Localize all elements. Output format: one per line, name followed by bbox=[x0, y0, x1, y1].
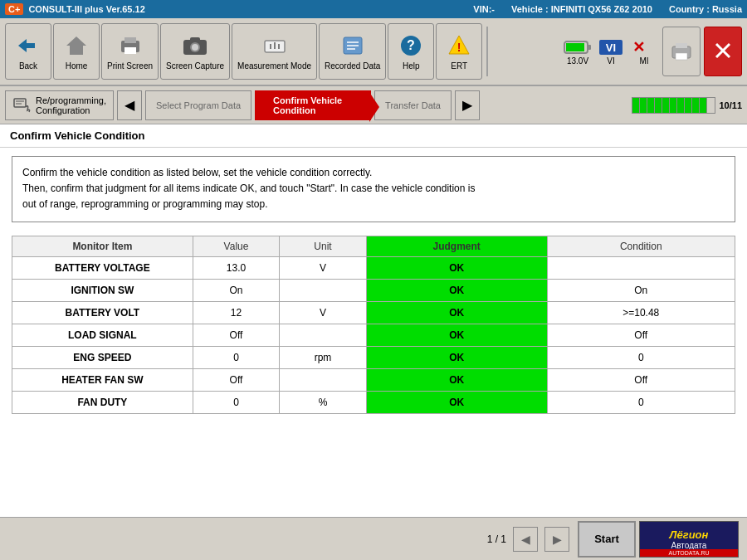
mi-label: MI bbox=[639, 56, 648, 66]
step2-confirm-vehicle[interactable]: Confirm Vehicle Condition bbox=[255, 90, 371, 120]
toolbar-separator bbox=[486, 27, 488, 76]
print-screen-button[interactable]: Print Screen bbox=[101, 23, 159, 80]
monitor-table: Monitor Item Value Unit Judgment Conditi… bbox=[12, 236, 735, 414]
table-row: HEATER FAN SW Off OK Off bbox=[12, 368, 735, 391]
svg-text:?: ? bbox=[407, 38, 415, 52]
vin-info: VIN:- bbox=[473, 4, 495, 14]
cell-unit-3 bbox=[280, 324, 367, 346]
navbar: Re/programming,Configuration ◀ Select Pr… bbox=[0, 86, 747, 124]
cell-judgment-4: OK bbox=[366, 346, 547, 368]
home-button[interactable]: Home bbox=[53, 23, 100, 80]
page-prev-button[interactable]: ◀ bbox=[513, 527, 538, 552]
description-box: Confirm the vehicle condition as listed … bbox=[12, 156, 735, 222]
step3-transfer-data[interactable]: Transfer Data bbox=[374, 90, 452, 120]
cell-condition-1: On bbox=[547, 279, 735, 301]
cell-judgment-6: OK bbox=[366, 391, 547, 413]
progress-bar bbox=[632, 97, 715, 114]
progress-text: 10/11 bbox=[719, 100, 742, 110]
table-row: LOAD SIGNAL Off OK Off bbox=[12, 324, 735, 346]
home-icon bbox=[63, 32, 90, 59]
step2-label: Confirm Vehicle Condition bbox=[273, 95, 342, 115]
cell-monitor-2: BATTERY VOLT bbox=[12, 301, 193, 324]
progress-seg-1 bbox=[632, 98, 640, 113]
svg-rect-2 bbox=[73, 49, 80, 55]
autodata-logo: Лёгион Автодата AUTODATA.RU bbox=[639, 521, 739, 558]
step3-label: Transfer Data bbox=[385, 100, 441, 110]
cell-unit-4: rpm bbox=[280, 346, 367, 368]
cell-monitor-0: BATTERY VOLTAGE bbox=[12, 256, 193, 279]
col-header-monitor: Monitor Item bbox=[12, 236, 193, 256]
close-button[interactable] bbox=[704, 27, 742, 76]
svg-rect-23 bbox=[588, 45, 591, 50]
page-title-bar: Confirm Vehicle Condition bbox=[0, 124, 747, 148]
table-row: BATTERY VOLT 12 V OK >=10.48 bbox=[12, 301, 735, 324]
measurement-mode-button[interactable]: Measurement Mode bbox=[232, 23, 317, 80]
svg-rect-29 bbox=[676, 43, 687, 48]
pagination: 1 / 1 ◀ ▶ bbox=[487, 527, 569, 552]
screen-capture-button[interactable]: Screen Capture bbox=[160, 23, 230, 80]
col-header-unit: Unit bbox=[280, 236, 367, 256]
svg-text:!: ! bbox=[457, 41, 461, 54]
recorded-label: Recorded Data bbox=[325, 61, 380, 71]
progress-seg-7 bbox=[677, 98, 685, 113]
cell-judgment-5: OK bbox=[366, 368, 547, 391]
help-icon: ? bbox=[398, 32, 424, 59]
table-row: BATTERY VOLTAGE 13.0 V OK bbox=[12, 256, 735, 279]
back-icon bbox=[15, 32, 42, 59]
prev-step-button[interactable]: ◀ bbox=[117, 90, 142, 120]
cell-condition-5: Off bbox=[547, 368, 735, 391]
help-button[interactable]: ? Help bbox=[388, 23, 434, 80]
reprogram-nav[interactable]: Re/programming,Configuration bbox=[5, 90, 114, 120]
app-name: CONSULT-III plus Ver.65.12 bbox=[28, 4, 473, 14]
cell-value-6: 0 bbox=[193, 391, 280, 413]
progress-indicator: 10/11 bbox=[632, 97, 742, 114]
svg-text:✕: ✕ bbox=[632, 39, 645, 56]
svg-rect-33 bbox=[14, 99, 26, 107]
cell-value-3: Off bbox=[193, 324, 280, 346]
cell-condition-6: 0 bbox=[547, 391, 735, 413]
autodata-brand-text: Лёгион bbox=[670, 528, 709, 541]
status-icons: 13.0V VI VI ✕ MI bbox=[563, 27, 742, 76]
bottom-bar: 1 / 1 ◀ ▶ Start Лёгион Автодата AUTODATA… bbox=[0, 517, 747, 560]
cell-unit-5 bbox=[280, 368, 367, 391]
cell-value-2: 12 bbox=[193, 301, 280, 324]
cell-unit-6: % bbox=[280, 391, 367, 413]
cell-value-4: 0 bbox=[193, 346, 280, 368]
next-step-button[interactable]: ▶ bbox=[455, 90, 480, 120]
progress-seg-5 bbox=[662, 98, 670, 113]
print-button[interactable] bbox=[662, 27, 701, 76]
cell-judgment-2: OK bbox=[366, 301, 547, 324]
start-button[interactable]: Start bbox=[578, 521, 636, 558]
back-button[interactable]: Back bbox=[5, 23, 51, 80]
description-text: Confirm the vehicle condition as listed … bbox=[22, 167, 475, 210]
recorded-data-button[interactable]: Recorded Data bbox=[319, 23, 386, 80]
back-label: Back bbox=[19, 61, 37, 71]
page-next-button[interactable]: ▶ bbox=[544, 527, 569, 552]
step1-select-program[interactable]: Select Program Data bbox=[145, 90, 251, 120]
cell-unit-0: V bbox=[280, 256, 367, 279]
progress-seg-3 bbox=[647, 98, 655, 113]
measurement-label: Measurement Mode bbox=[237, 61, 311, 71]
cell-condition-3: Off bbox=[547, 324, 735, 346]
cell-judgment-1: OK bbox=[366, 279, 547, 301]
svg-rect-30 bbox=[676, 53, 687, 60]
measurement-icon bbox=[261, 32, 288, 59]
svg-marker-0 bbox=[18, 39, 35, 52]
progress-seg-9 bbox=[692, 98, 700, 113]
col-header-condition: Condition bbox=[547, 236, 735, 256]
printer-icon bbox=[668, 37, 695, 64]
print-label: Print Screen bbox=[107, 61, 153, 71]
cell-value-1: On bbox=[193, 279, 280, 301]
autodata-url: AUTODATA.RU bbox=[640, 549, 738, 557]
ert-button[interactable]: ! ERT bbox=[436, 23, 482, 80]
cell-judgment-0: OK bbox=[366, 256, 547, 279]
ert-label: ERT bbox=[451, 61, 467, 71]
step1-label: Select Program Data bbox=[156, 100, 241, 110]
recorded-icon bbox=[339, 32, 366, 59]
toolbar: Back Home Print Screen Screen Capture Me… bbox=[0, 18, 747, 86]
cell-judgment-3: OK bbox=[366, 324, 547, 346]
progress-seg-10 bbox=[700, 98, 707, 113]
vi-label: VI bbox=[607, 56, 614, 66]
cell-condition-0 bbox=[547, 256, 735, 279]
cell-unit-1 bbox=[280, 279, 367, 301]
